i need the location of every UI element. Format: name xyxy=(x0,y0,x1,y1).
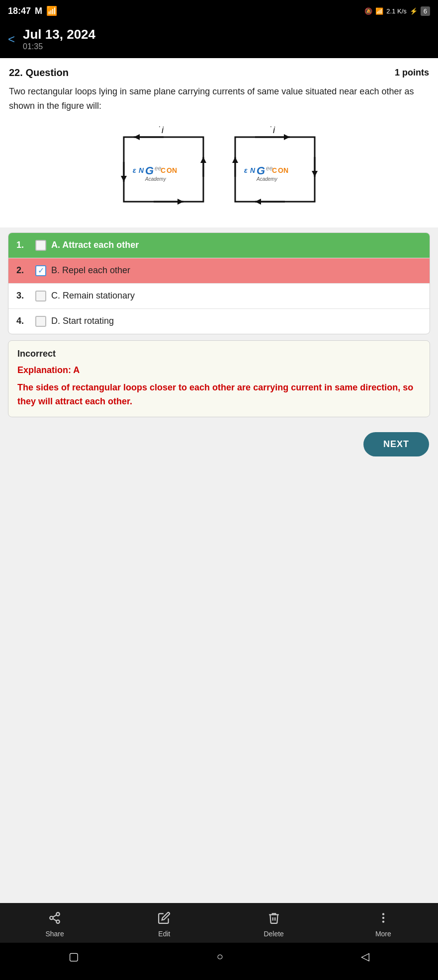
svg-text:i: i xyxy=(273,125,275,135)
option-1[interactable]: 1. A. Attract each other xyxy=(8,233,430,258)
svg-line-40 xyxy=(53,915,56,917)
option-2-number: 2. xyxy=(16,265,30,276)
status-bar-right: 🔕 📶 2.1 K/s ⚡ 6 xyxy=(364,6,430,16)
option-4[interactable]: 4. D. Start rotating xyxy=(8,309,430,334)
nav-back-button[interactable]: ◁ xyxy=(361,950,369,963)
svg-text:i: i xyxy=(162,125,164,135)
svg-text:.: . xyxy=(159,122,161,129)
explanation-section: Incorrect Explanation: A The sides of re… xyxy=(8,340,430,418)
left-loop: i . ε N G ee C ON Academy xyxy=(114,122,213,212)
header: < Jul 13, 2024 01:35 xyxy=(0,22,438,58)
explanation-body: The sides of rectangular loops closer to… xyxy=(17,380,421,409)
svg-marker-22 xyxy=(255,199,261,205)
question-header: 22. Question 1 points xyxy=(9,67,429,78)
options-section: 1. A. Attract each other 2. ✓ B. Repel e… xyxy=(8,232,430,334)
nav-home-button[interactable]: ○ xyxy=(217,950,223,963)
svg-text:N: N xyxy=(250,166,256,174)
right-loop-svg: i . ε N G ee C ON Academy xyxy=(225,122,325,212)
next-button-row: NEXT xyxy=(0,425,438,465)
svg-text:C: C xyxy=(161,166,166,174)
time-display: 18:47 xyxy=(8,6,31,16)
svg-point-38 xyxy=(56,920,60,923)
svg-text:ON: ON xyxy=(278,166,288,174)
svg-text:G: G xyxy=(257,164,265,177)
share-label: Share xyxy=(45,930,64,938)
svg-line-39 xyxy=(53,918,56,920)
option-3-text: C. Remain stationary xyxy=(51,291,135,301)
svg-marker-24 xyxy=(232,157,238,163)
question-title: 22. Question xyxy=(9,67,69,78)
question-points: 1 points xyxy=(395,68,429,78)
option-3[interactable]: 3. C. Remain stationary xyxy=(8,284,430,309)
main-content: 22. Question 1 points Two rectangular lo… xyxy=(0,58,438,903)
wifi-icon: 📶 xyxy=(375,7,383,15)
nav-bar: ▢ ○ ◁ xyxy=(0,943,438,971)
share-button[interactable]: Share xyxy=(0,911,109,938)
delete-label: Delete xyxy=(263,930,283,938)
svg-point-43 xyxy=(382,920,384,922)
option-4-number: 4. xyxy=(16,316,30,326)
figure-container: i . ε N G ee C ON Academy xyxy=(9,122,429,212)
more-icon xyxy=(377,911,390,928)
svg-point-42 xyxy=(382,916,384,918)
svg-text:ε: ε xyxy=(244,166,248,174)
svg-text:N: N xyxy=(139,166,144,174)
header-subtitle: 01:35 xyxy=(23,42,95,51)
option-2-text: B. Repel each other xyxy=(51,265,130,276)
explanation-answer: Explanation: A xyxy=(17,365,421,376)
svg-marker-2 xyxy=(134,134,140,140)
battery-display: 6 xyxy=(421,6,430,16)
nav-square-button[interactable]: ▢ xyxy=(69,950,79,963)
delete-button[interactable]: Delete xyxy=(219,911,329,938)
edit-icon xyxy=(158,911,171,928)
option-1-number: 1. xyxy=(16,240,30,250)
svg-text:C: C xyxy=(272,166,277,174)
svg-text:Academy: Academy xyxy=(145,176,167,182)
more-button[interactable]: More xyxy=(329,911,438,938)
explanation-status: Incorrect xyxy=(17,349,421,359)
question-text: Two rectangular loops lying in same plan… xyxy=(9,84,429,113)
option-3-number: 3. xyxy=(16,291,30,301)
svg-marker-8 xyxy=(200,157,206,163)
back-button[interactable]: < xyxy=(8,32,15,46)
option-3-checkbox[interactable] xyxy=(35,291,46,302)
next-button[interactable]: NEXT xyxy=(363,432,429,456)
option-2[interactable]: 2. ✓ B. Repel each other xyxy=(8,258,430,284)
svg-text:G: G xyxy=(145,164,154,177)
delete-icon xyxy=(267,911,280,928)
header-title: Jul 13, 2024 xyxy=(23,27,95,42)
svg-marker-4 xyxy=(177,199,183,205)
bottom-toolbar: Share Edit Delete xyxy=(0,903,438,943)
right-loop: i . ε N G ee C ON Academy xyxy=(225,122,325,212)
question-section: 22. Question 1 points Two rectangular lo… xyxy=(0,58,438,227)
svg-point-36 xyxy=(56,912,60,916)
charging-icon: ⚡ xyxy=(410,7,418,15)
option-4-checkbox[interactable] xyxy=(35,316,46,327)
share-icon xyxy=(48,911,61,928)
svg-point-37 xyxy=(50,916,53,919)
svg-marker-20 xyxy=(284,134,290,140)
svg-marker-26 xyxy=(312,171,318,177)
mute-icon: 🔕 xyxy=(364,7,372,15)
svg-marker-6 xyxy=(121,176,127,182)
svg-text:Academy: Academy xyxy=(256,176,278,182)
edit-button[interactable]: Edit xyxy=(109,911,219,938)
left-loop-svg: i . ε N G ee C ON Academy xyxy=(114,122,213,212)
option-4-text: D. Start rotating xyxy=(51,316,114,326)
more-label: More xyxy=(375,930,391,938)
option-1-text: A. Attract each other xyxy=(51,240,139,250)
activity-icon: 📶 xyxy=(46,5,57,16)
status-bar-left: 18:47 M 📶 xyxy=(8,5,57,16)
svg-text:ON: ON xyxy=(167,166,177,174)
option-1-checkbox[interactable] xyxy=(35,240,46,251)
edit-label: Edit xyxy=(158,930,170,938)
speed-display: 2.1 K/s xyxy=(386,7,406,15)
carrier-icon: M xyxy=(35,6,42,16)
header-info: Jul 13, 2024 01:35 xyxy=(23,27,95,51)
svg-text:.: . xyxy=(270,122,272,129)
option-2-checkbox[interactable]: ✓ xyxy=(35,265,46,276)
status-bar: 18:47 M 📶 🔕 📶 2.1 K/s ⚡ 6 xyxy=(0,0,438,22)
svg-point-41 xyxy=(382,913,384,915)
svg-text:ε: ε xyxy=(133,166,136,174)
